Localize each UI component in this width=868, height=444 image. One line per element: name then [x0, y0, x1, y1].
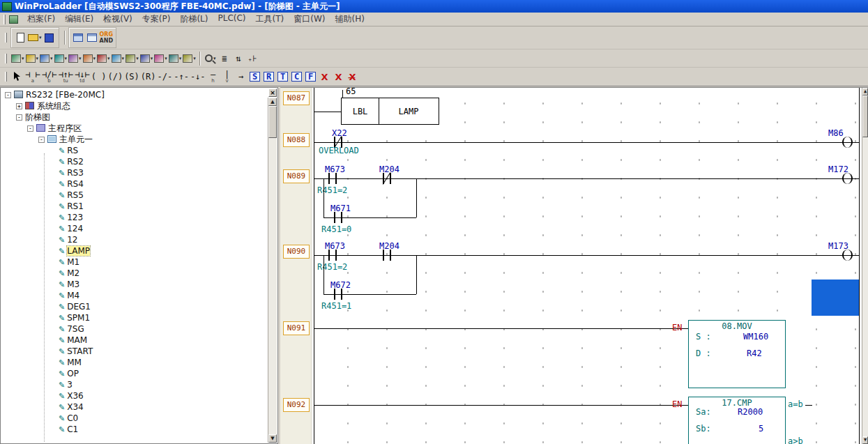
dropdown-icon[interactable]: ▾: [107, 56, 110, 61]
ladder-window-button[interactable]: [71, 29, 85, 46]
dropdown-icon[interactable]: ▾: [165, 56, 167, 61]
contact-m204[interactable]: [383, 250, 391, 261]
menu-item-5[interactable]: PLC(C): [213, 12, 250, 26]
toolbar-grip[interactable]: [3, 15, 6, 24]
collapse-icon[interactable]: -: [27, 125, 33, 132]
tree-item-op[interactable]: ✎OP: [2, 368, 267, 379]
online-edit-button[interactable]: ▾: [153, 50, 168, 67]
tree-item-m2[interactable]: ✎M2: [2, 268, 267, 279]
tree-item-deg1[interactable]: ✎DEG1: [2, 301, 267, 312]
tree-item-rs5[interactable]: ✎RS5: [2, 190, 267, 201]
panel-close-button[interactable]: ×: [268, 89, 277, 97]
ladder-scrollbar[interactable]: ▲ ▼: [862, 88, 868, 444]
coil-set-button[interactable]: (S): [123, 68, 140, 85]
dropdown-icon[interactable]: ▾: [79, 56, 82, 61]
lbl-block[interactable]: LBL LAMP: [341, 98, 439, 125]
step-return-button[interactable]: R: [262, 68, 276, 85]
contact-m673[interactable]: [328, 173, 337, 184]
coil-m173[interactable]: [842, 250, 853, 261]
stop-plc-button[interactable]: ▾: [139, 50, 154, 67]
dropdown-icon[interactable]: ▾: [50, 56, 53, 61]
dropdown-icon[interactable]: ▾: [22, 56, 24, 61]
dropdown-icon[interactable]: ▾: [151, 56, 153, 61]
ladder-monitor-button[interactable]: ▾: [25, 50, 40, 67]
zoom-button[interactable]: ▾: [204, 50, 218, 67]
step-instruction-button[interactable]: S: [248, 68, 262, 85]
collapse-icon[interactable]: -: [38, 137, 45, 143]
timer-button[interactable]: T: [276, 68, 290, 85]
network-label-n088[interactable]: N088: [283, 133, 310, 147]
open-file-button[interactable]: ▾: [27, 29, 43, 46]
contact-m671[interactable]: [334, 212, 342, 223]
coil-not-button[interactable]: (/): [107, 68, 123, 85]
dropdown-icon[interactable]: ▾: [193, 56, 196, 61]
tree-item-7sg[interactable]: ✎7SG: [2, 323, 267, 335]
tree-item-rs1[interactable]: ✎RS1: [2, 201, 267, 212]
network-label-n089[interactable]: N089: [283, 169, 310, 183]
tree-item-rs[interactable]: ✎RS: [2, 145, 267, 156]
network-label-n087[interactable]: N087: [283, 91, 310, 105]
coil-m86[interactable]: [842, 137, 853, 148]
status-monitor-button[interactable]: ▾: [10, 50, 25, 67]
menu-item-0[interactable]: 档案(F): [22, 12, 60, 26]
network-list-button[interactable]: ≣: [218, 50, 231, 67]
menu-item-1[interactable]: 编辑(E): [60, 12, 98, 26]
menu-item-2[interactable]: 检视(V): [98, 12, 137, 26]
network-label-n091[interactable]: N091: [283, 321, 310, 335]
tree-item-spm1[interactable]: ✎SPM1: [2, 312, 267, 323]
tree-item-start[interactable]: ✎START: [2, 346, 267, 357]
tree-scrollbar[interactable]: ▲ ▼: [268, 98, 277, 443]
instruction-display-button[interactable]: ORGAND: [99, 29, 114, 46]
coil-reset-button[interactable]: (R): [140, 68, 157, 85]
menu-item-8[interactable]: 辅助(H): [330, 12, 369, 26]
collapse-icon[interactable]: -: [5, 92, 11, 98]
tree-item--[interactable]: -主单元一: [2, 134, 267, 145]
invert-button[interactable]: -/-: [157, 68, 174, 85]
menu-item-7[interactable]: 窗口(W): [289, 12, 330, 26]
dropdown-icon[interactable]: ▾: [122, 56, 125, 61]
menu-item-6[interactable]: 工具(T): [251, 12, 289, 26]
contact-nc-button[interactable]: ⊣/⊢b: [41, 68, 58, 85]
tree-item-3[interactable]: ✎3: [2, 379, 267, 390]
scrollbar-thumb[interactable]: [268, 106, 277, 138]
find-element-button[interactable]: ▾: [39, 50, 54, 67]
replace-element-button[interactable]: ▾: [68, 50, 82, 67]
contact-m672[interactable]: [334, 289, 342, 300]
tree-item-x34[interactable]: ✎X34: [2, 401, 267, 413]
delete-network-button[interactable]: X̶: [346, 68, 360, 85]
coil-out-button[interactable]: ( ): [91, 68, 107, 85]
function-button[interactable]: F: [304, 68, 318, 85]
dropdown-icon[interactable]: ▾: [36, 56, 39, 61]
coil-m172[interactable]: [842, 173, 853, 184]
tree-item-mam[interactable]: ✎MAM: [2, 335, 267, 346]
scroll-up-icon[interactable]: ▲: [862, 88, 868, 95]
tree-item-rs2[interactable]: ✎RS2: [2, 156, 267, 167]
io-status-button[interactable]: ▾: [168, 50, 183, 67]
edit-cursor[interactable]: [812, 280, 859, 316]
dropdown-icon[interactable]: ▾: [136, 56, 139, 61]
tree-item--[interactable]: +系统组态: [2, 100, 267, 112]
counter-button[interactable]: C: [290, 68, 304, 85]
insert-network-button[interactable]: ₊⊦: [245, 50, 259, 67]
contact-no-button[interactable]: ⊣ ⊢a: [24, 68, 41, 85]
contact-falling-button[interactable]: ⊣↓⊢td: [74, 68, 91, 85]
dropdown-icon[interactable]: ▾: [39, 35, 42, 40]
select-pointer-button[interactable]: [10, 68, 24, 85]
dropdown-icon[interactable]: ▾: [65, 56, 68, 61]
function-block-cmp[interactable]: 17.CMP Sa: R2000 Sb: 5: [688, 397, 786, 444]
scroll-down-icon[interactable]: ▼: [862, 436, 868, 444]
program-check-button[interactable]: ▾: [111, 50, 125, 67]
rising-edge-button[interactable]: -↑-: [173, 68, 190, 85]
wire-horizontal-button[interactable]: —h: [206, 68, 220, 85]
contact-m204-nc[interactable]: [383, 173, 391, 184]
tree-item-rs3[interactable]: ✎RS3: [2, 167, 267, 178]
memory-view-button[interactable]: ▾: [182, 50, 197, 67]
contact-rising-button[interactable]: ⊣↑⊢tu: [57, 68, 74, 85]
menu-item-3[interactable]: 专案(P): [137, 12, 176, 26]
dropdown-icon[interactable]: ▾: [93, 56, 96, 61]
dropdown-icon[interactable]: ▾: [179, 56, 182, 61]
tree-item--[interactable]: -阶梯图: [2, 112, 267, 123]
tree-item-c1[interactable]: ✎C1: [2, 424, 267, 435]
network-label-n092[interactable]: N092: [283, 398, 310, 412]
tree-item-m4[interactable]: ✎M4: [2, 290, 267, 301]
